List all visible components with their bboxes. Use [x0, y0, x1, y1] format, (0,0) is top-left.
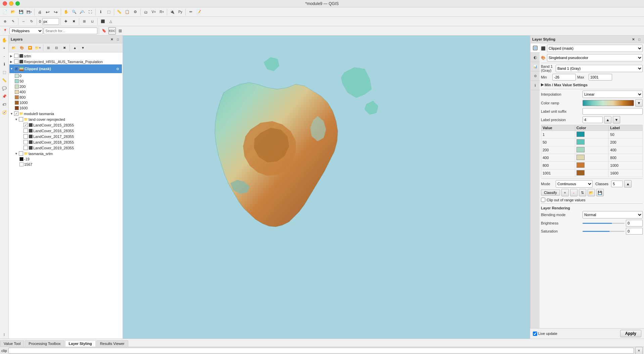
row-color-3[interactable] — [575, 146, 609, 154]
tab-processing-toolbox[interactable]: Processing Toolbox — [25, 340, 64, 347]
clip-clear-icon[interactable]: ✕ — [635, 347, 643, 354]
redo-icon[interactable]: ↪ — [52, 8, 59, 16]
checkbox-lc2015[interactable] — [24, 123, 28, 127]
delete-feature-icon[interactable]: ✖ — [70, 18, 78, 25]
checkbox-tasmania-srtm[interactable] — [19, 151, 23, 156]
table-row[interactable]: 400 800 — [541, 154, 643, 162]
close-button[interactable] — [3, 1, 7, 6]
expand-module9[interactable]: ▼ — [10, 112, 13, 115]
remove-class-icon[interactable]: - — [570, 189, 578, 196]
raster-tools-icon[interactable]: ⬛ — [99, 18, 106, 25]
color-ramp-dropdown[interactable]: ▼ — [635, 99, 643, 107]
checkbox-clipped[interactable] — [14, 67, 18, 71]
checkbox-module9[interactable] — [14, 111, 18, 116]
expand-reprojected[interactable]: ▶ — [10, 60, 13, 63]
checkbox-srtm[interactable] — [14, 54, 18, 58]
open-layer-icon[interactable]: 📂 — [10, 44, 17, 51]
layers-icon[interactable]: 🗂 — [142, 8, 149, 16]
saturation-slider[interactable] — [583, 229, 625, 234]
checkbox-lc2018[interactable] — [24, 140, 28, 144]
edit-icon[interactable]: 📝 — [195, 8, 202, 16]
collapse-all-icon[interactable]: ⊟ — [53, 44, 60, 51]
mode-select[interactable]: Continuous Equal Interval Quantile — [556, 180, 593, 188]
color-ramp-bar[interactable] — [583, 100, 634, 106]
row-color-2[interactable] — [575, 139, 609, 146]
table-row[interactable]: 200 400 — [541, 146, 643, 154]
edc-icon[interactable]: EDC — [108, 27, 116, 35]
zoom-full-icon[interactable]: ⛶ — [87, 8, 94, 16]
measure-icon[interactable]: 📏 — [116, 8, 123, 16]
compass-icon[interactable]: 🧭 — [1, 109, 8, 116]
bookmark-icon[interactable]: 🔖 — [100, 27, 108, 35]
layer-lc2016[interactable]: ⬛ LandCover_2016_28355 — [19, 128, 122, 134]
label-unit-input[interactable] — [583, 108, 643, 115]
layer-lc2018[interactable]: ⬛ LandCover_2018_28355 — [19, 139, 122, 145]
brightness-input[interactable] — [626, 220, 643, 226]
zoom-out-left-icon[interactable]: - — [1, 52, 8, 60]
renderer-select[interactable]: Singleband pseudocolor — [547, 54, 643, 61]
select-left-icon[interactable]: ⬚ — [1, 68, 8, 76]
maximize-styling-icon[interactable]: □ — [637, 37, 642, 42]
style-tab-symbology[interactable] — [531, 43, 540, 53]
expand-srtm[interactable]: ▶ — [10, 54, 13, 58]
location-bookmark-icon[interactable]: 📍 — [1, 27, 9, 35]
invert-icon[interactable]: ⇅ — [579, 189, 586, 196]
pan-map-icon[interactable]: ✋ — [1, 36, 8, 44]
topology-icon[interactable]: ⊞ — [81, 18, 88, 25]
grid-icon[interactable]: ⊞ — [117, 27, 124, 35]
add-class-icon[interactable]: + — [561, 189, 569, 196]
annotate-icon[interactable]: 💬 — [1, 85, 8, 92]
move-icon[interactable]: ↔ — [20, 18, 27, 25]
minmax-section[interactable]: ▶ Min / Max Value Settings — [541, 82, 643, 88]
layer-lc2019[interactable]: ⬛ LandCover_2019_28355 — [19, 145, 122, 151]
clip-input[interactable] — [8, 348, 634, 354]
max-input[interactable]: 1001 — [589, 74, 612, 81]
expand-tasmania-srtm[interactable]: ▼ — [15, 152, 18, 155]
min-input[interactable]: -26 — [552, 74, 576, 81]
plugins-icon[interactable]: 🔌 — [169, 8, 176, 16]
row-color-5[interactable] — [575, 162, 609, 169]
checkbox-landcover[interactable] — [19, 117, 23, 121]
measure-left-icon[interactable]: 📏 — [1, 77, 8, 84]
remove-layer-icon[interactable]: ✖ — [61, 44, 68, 51]
location-select[interactable]: Philippines — [9, 28, 43, 34]
close-styling-icon[interactable]: ✕ — [631, 37, 636, 42]
load-icon[interactable]: 📂 — [588, 189, 595, 196]
zoom-in-icon[interactable]: 🔍 — [71, 8, 78, 16]
tab-layer-styling[interactable]: Layer Styling — [65, 340, 96, 347]
maximize-button[interactable] — [15, 1, 20, 6]
layer-item-module9[interactable]: ▼ 📁 module9 tasmania — [9, 111, 122, 116]
band-select[interactable]: Band 1 (Gray) — [556, 65, 643, 72]
layer-item-srtm[interactable]: ▶ ⬛ srtm — [9, 53, 122, 59]
checkbox-reprojected[interactable] — [14, 59, 18, 64]
classes-input[interactable] — [611, 181, 623, 187]
style-tab-transparency[interactable]: ◐ — [531, 53, 540, 62]
print-icon[interactable]: 🖨 — [36, 8, 43, 16]
expand-clipped[interactable]: ▼ — [10, 67, 13, 70]
precision-up[interactable]: ▲ — [604, 116, 611, 123]
move-up-icon[interactable]: ▲ — [71, 44, 79, 51]
merge-icon[interactable]: ⊔ — [89, 18, 96, 25]
checkbox-lc2017[interactable] — [24, 134, 28, 139]
add-group-icon[interactable]: 📁+ — [34, 44, 42, 51]
add-feature-icon[interactable]: ✚ — [62, 18, 70, 25]
snap-icon[interactable]: ⊕ — [1, 18, 9, 25]
save-style-icon[interactable]: 💾 — [596, 189, 604, 196]
map-area[interactable] — [123, 36, 530, 339]
row-color-4[interactable] — [575, 154, 609, 162]
expand-landcover[interactable]: ▼ — [15, 118, 18, 121]
table-row[interactable]: 1 50 — [541, 131, 643, 139]
layer-style-icon[interactable]: 🎨 — [18, 44, 26, 51]
style-tab-rendering[interactable]: ⚙ — [531, 71, 540, 81]
project-new-icon[interactable]: 📄 — [1, 8, 9, 16]
tab-value-tool[interactable]: Value Tool — [0, 340, 24, 347]
pan-icon[interactable]: ✋ — [62, 8, 70, 16]
layer-item-clipped[interactable]: ▼ Clipped (mask) ⚙ — [9, 64, 122, 73]
move-down-icon[interactable]: ▼ — [79, 44, 87, 51]
layer-item-tasmania-srtm[interactable]: ▼ 📁 tasmania_srtm — [14, 151, 122, 156]
layer-lc2017[interactable]: ⬛ LandCover_2017_28355 — [19, 134, 122, 139]
saturation-input[interactable] — [626, 228, 643, 235]
add-vector-icon[interactable]: V+ — [150, 8, 157, 16]
zoom-out-icon[interactable]: 🔎- — [79, 8, 86, 16]
layer-name-select[interactable]: Clipped (mask) — [547, 45, 643, 52]
